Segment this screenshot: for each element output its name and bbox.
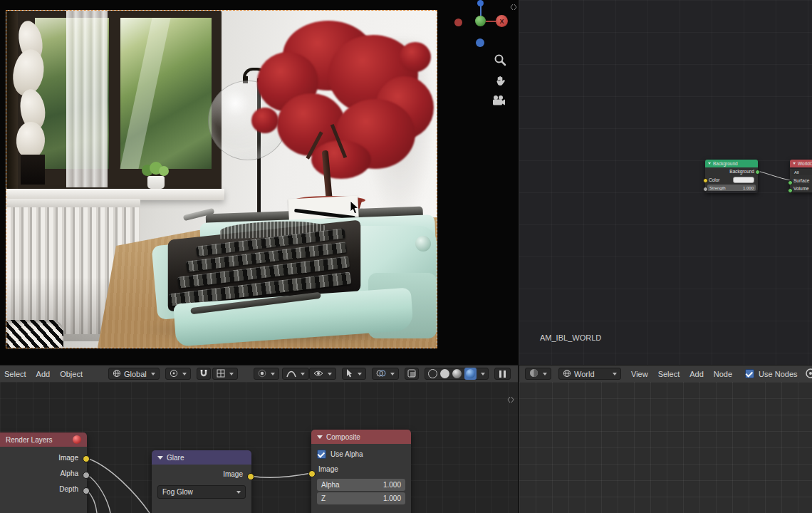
chevron-down-icon xyxy=(182,373,187,375)
gizmo-x-positive[interactable]: X xyxy=(496,15,508,27)
output-row: Background xyxy=(705,167,758,175)
menu-object[interactable]: Object xyxy=(57,370,85,378)
glare-node[interactable]: Glare Image Fog Glow xyxy=(152,450,251,513)
snap-toggle[interactable] xyxy=(197,368,211,380)
gizmo-axis-line-x xyxy=(486,21,496,22)
chevron-down-icon xyxy=(543,373,547,375)
gizmo-x-negative[interactable] xyxy=(454,19,462,26)
shading-wireframe-button[interactable] xyxy=(428,369,437,378)
xray-toggle[interactable] xyxy=(405,368,419,380)
compositor-editor-empty[interactable] xyxy=(519,382,812,513)
zoom-tool[interactable] xyxy=(491,53,509,70)
node-title: Render Layers xyxy=(6,436,53,444)
color-swatch[interactable] xyxy=(733,177,754,183)
depth-output-socket[interactable] xyxy=(83,487,90,494)
visibility-dropdown[interactable] xyxy=(309,368,336,380)
pause-icon xyxy=(499,370,501,378)
strength-slider[interactable]: Strength 1.000 xyxy=(707,185,756,191)
color-input-socket[interactable] xyxy=(703,178,708,183)
potted-plant xyxy=(140,163,172,192)
gizmo-y-ball[interactable] xyxy=(475,16,486,26)
window-pane xyxy=(120,18,212,169)
gizmos-dropdown[interactable] xyxy=(342,368,366,380)
gizmo-z-negative[interactable] xyxy=(476,38,484,47)
image-output-socket[interactable] xyxy=(247,473,254,480)
shading-rendered-button[interactable] xyxy=(464,368,477,380)
output-alpha: Alpha xyxy=(0,466,87,482)
menu-node[interactable]: Node xyxy=(711,370,735,378)
curtain xyxy=(66,11,108,187)
z-slider[interactable]: Z 1.000 xyxy=(317,492,405,504)
proportional-editing-dropdown[interactable] xyxy=(254,368,279,380)
render-preview xyxy=(6,10,437,348)
camera-view-tool[interactable] xyxy=(490,93,507,110)
background-node[interactable]: Background Background Color Strength 1.0… xyxy=(705,160,758,193)
overlays-dropdown[interactable] xyxy=(372,368,399,380)
world-output-node[interactable]: WorldOu All Surface Volume xyxy=(790,160,812,192)
proportional-dot-icon xyxy=(258,369,266,379)
scene-preview-icon xyxy=(73,435,81,444)
collapse-icon[interactable] xyxy=(317,435,323,439)
surface-input-socket[interactable] xyxy=(788,180,793,185)
collapse-icon[interactable] xyxy=(157,456,163,460)
background-output-socket[interactable] xyxy=(755,170,760,175)
menu-add[interactable]: Add xyxy=(33,370,53,378)
viewport-header: Select Add Object Global xyxy=(0,365,518,383)
world-datablock-label: AM_IBL_WORLD xyxy=(540,333,601,342)
sculpture-stand xyxy=(21,155,45,185)
shading-solid-button[interactable] xyxy=(440,369,449,378)
gizmo-z-positive[interactable] xyxy=(477,0,484,6)
transform-orientation-dropdown[interactable]: Global xyxy=(108,368,160,380)
area-resize-handle[interactable] xyxy=(507,393,514,406)
pivot-point-dropdown[interactable] xyxy=(165,368,191,380)
alpha-output-socket[interactable] xyxy=(83,472,90,479)
glare-type-dropdown[interactable]: Fog Glow xyxy=(157,485,246,499)
use-alpha-checkbox[interactable]: Use Alpha xyxy=(311,444,411,462)
snapping-icon[interactable] xyxy=(805,368,812,380)
compositor-editor[interactable]: Render Layers Image Alpha Depth Glare Im… xyxy=(0,382,518,513)
collapse-icon[interactable] xyxy=(793,162,796,165)
shading-material-button[interactable] xyxy=(452,369,462,378)
navigation-gizmo[interactable]: X xyxy=(449,0,516,51)
image-input-socket[interactable] xyxy=(308,470,316,477)
image-output-socket[interactable] xyxy=(83,455,90,462)
collapse-icon[interactable] xyxy=(708,162,711,165)
alpha-slider[interactable]: Alpha 1.000 xyxy=(317,479,405,491)
overlays-icon xyxy=(376,369,386,379)
magnifier-icon xyxy=(494,53,506,69)
menu-select[interactable]: Select xyxy=(655,370,683,378)
menu-view[interactable]: View xyxy=(628,370,651,378)
hand-icon xyxy=(494,75,506,90)
chevron-down-icon xyxy=(301,373,305,375)
pause-render-button[interactable] xyxy=(494,368,511,380)
menu-add[interactable]: Add xyxy=(687,370,707,378)
chevron-down-icon xyxy=(229,373,234,375)
checkbox-checked-icon xyxy=(317,450,326,459)
world-datablock-dropdown[interactable]: World xyxy=(558,368,621,380)
render-layers-node[interactable]: Render Layers Image Alpha Depth xyxy=(0,432,87,513)
editor-type-dropdown[interactable] xyxy=(525,368,551,380)
volume-input-socket[interactable] xyxy=(788,188,793,193)
sculpture xyxy=(11,19,55,185)
area-resize-handle[interactable] xyxy=(510,1,517,14)
proportional-falloff-dropdown[interactable] xyxy=(282,368,309,380)
3d-viewport[interactable]: X xyxy=(0,0,518,365)
menu-select[interactable]: Select xyxy=(1,370,29,378)
use-nodes-checkbox[interactable]: Use Nodes xyxy=(745,369,797,378)
target-dropdown[interactable]: All xyxy=(792,169,812,175)
shading-mode-group xyxy=(425,368,489,380)
area-divider[interactable] xyxy=(518,0,519,513)
checkbox-checked-icon xyxy=(745,369,754,378)
chevron-down-icon xyxy=(358,373,362,375)
pan-tool[interactable] xyxy=(491,73,509,90)
output-depth: Depth xyxy=(0,482,87,497)
composite-node[interactable]: Composite Use Alpha Image Alpha 1.000 Z … xyxy=(311,430,411,513)
strength-input-socket[interactable] xyxy=(703,187,708,192)
snap-settings-dropdown[interactable] xyxy=(212,368,238,380)
eye-icon xyxy=(313,370,323,378)
node-wire xyxy=(519,0,812,365)
world-node-editor[interactable]: Background Background Color Strength 1.0… xyxy=(519,0,812,365)
use-nodes-label: Use Nodes xyxy=(759,370,797,378)
magnet-icon xyxy=(199,369,208,379)
shader-editor-icon xyxy=(529,368,538,379)
